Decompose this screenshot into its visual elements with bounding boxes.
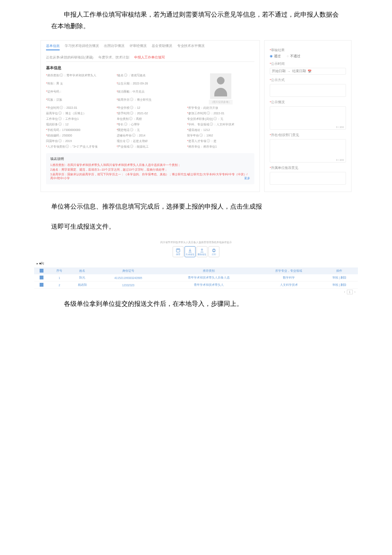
fi-return: 回国年份?：2019 — [46, 139, 113, 143]
tab-abroad[interactable]: 出国访学情况 — [104, 44, 124, 48]
screenshot-form: 基本信息 学习技术培训经历情况 出国访学情况 评审经情况 基金资助情况 专业技术… — [40, 40, 352, 192]
r-pubsit: *公示情况 — [270, 100, 346, 105]
fi-id: *证件号码： — [46, 90, 113, 96]
fi-field: *学科、专业领域?：人文科学技术 — [187, 122, 254, 127]
fi-utype: 单位类别?：高校 — [117, 117, 184, 121]
rec-input[interactable] — [270, 172, 346, 185]
tab-review[interactable]: 评审经情况 — [130, 44, 147, 48]
fi-grantt: *授予时间?：2021-02 — [117, 111, 184, 116]
table-row: 2 杨若阳 12332323 青年学术和技术带头人 人文科学技术 审核 | 删除 — [34, 282, 358, 289]
save-button[interactable]: 保存 — [173, 246, 184, 257]
prev-page[interactable]: ‹ — [344, 291, 345, 293]
print-button[interactable]: 打印 — [208, 246, 219, 257]
svg-rect-1 — [213, 250, 215, 252]
list-label: ■列 — [37, 262, 358, 266]
para-3: 各级单位拿到单位提交的报送文件后，在本地导入，步骤同上。 — [51, 298, 341, 309]
form-grid: *推荐类别?：青年学术和技术带头人 *姓名?：请填写姓名 （照片仅供参考） *性… — [46, 73, 254, 149]
more-link[interactable]: 更多 — [244, 176, 250, 180]
fi-post: 专业技术职务(岗位)?：无 — [187, 117, 254, 121]
right-panel: *审核结果 通过 不通过 *公示时间 开始日期→结束日期📅 *公示方式 *公示情… — [264, 40, 352, 192]
r-rec: *所属单位推荐意见 — [270, 166, 346, 170]
radio-fail[interactable]: 不通过 — [287, 54, 300, 58]
para-2b: 送即可生成报送文件。 — [51, 221, 341, 232]
fi-talent: *是否人才专项?：是 — [187, 139, 254, 143]
date-range[interactable]: 开始日期→结束日期📅 — [270, 68, 346, 75]
generate-button[interactable]: 生成报送 — [184, 246, 196, 257]
fi-edu: *最高学历?：博士研究生 — [117, 98, 184, 105]
fi-name: *姓名?：请填写姓名 — [117, 73, 184, 80]
fi-recunit: *推荐单位：推荐单位1 — [187, 145, 254, 149]
left-panel: 基本信息 学习技术培训经历情况 出国访学情况 评审经情况 基金资助情况 专业技术… — [40, 40, 260, 192]
tab-project[interactable]: 正在从事/承担的科研项目(课题) — [46, 55, 93, 60]
notes-box: 填表说明 1.推荐类别：在四川省学术和技术带头人和四川省学术和技术带头人后备人选… — [46, 153, 254, 184]
tab-tech[interactable]: 专业技术水平情况 — [177, 44, 205, 48]
row-action[interactable]: 审核 | 删除 — [321, 282, 358, 289]
tab-bar: 基本信息 学习技术培训经历情况 出国访学情况 评审经情况 基金资助情况 专业技术… — [46, 44, 254, 62]
fi-job: 现岗职务?：12 — [46, 122, 113, 127]
th-no: 序号 — [49, 267, 69, 274]
fi-major: *所学专业：此处注开放 — [187, 106, 254, 110]
radio-result[interactable]: 通过 不通过 — [270, 54, 346, 58]
section-title: 基本信息 — [46, 65, 254, 71]
counter2: 0 / 200 — [336, 159, 344, 161]
fi-workt: *参加工作时间?：2022-01 — [187, 111, 254, 116]
calendar-icon: 📅 — [308, 70, 311, 73]
fi-school: *毕业学校?：12 — [117, 106, 184, 110]
fi-tel: *固定电话?：无 — [117, 128, 184, 132]
note-1: 1.推荐类别：在四川省学术和技术带头人和四川省学术和技术带头人后备人选中选择其中… — [50, 163, 250, 167]
photo-placeholder — [210, 73, 231, 99]
screenshot-list: 四川省学术和技术带头人及后备人选推荐管理系统本地操作提示 保存 生成报送 删除报… — [34, 241, 358, 293]
fi-phone: *手机号码：17300000000 — [46, 128, 113, 132]
toolbar-hint: 四川省学术和技术带头人及后备人选推荐管理系统本地操作提示 — [34, 241, 358, 244]
page-current[interactable]: 1 — [347, 290, 353, 294]
fi-cat: *推荐类别?：青年学术和技术带头人 — [46, 73, 113, 80]
photo-box: （照片仅供参考） — [187, 73, 254, 105]
toolbar: 保存 生成报送 删除报送 打印 — [34, 246, 358, 257]
th-act: 操作 — [321, 267, 358, 274]
pager: ‹ 1 › — [37, 291, 355, 293]
para-1: 申报人工作单位填写审核结果，若为通过则需要填写公示意见等信息，若不通过，此申报人… — [51, 9, 341, 32]
tab-plan[interactable]: 年度学术、技术计划 — [98, 55, 129, 60]
fi-unit: 工作单位?：工作单位1 — [46, 117, 113, 121]
dept-input[interactable]: 0 / 200 — [270, 139, 346, 163]
table-row: 1 阳光 411521199303243585 青年学术和技术带头人后备人选 数… — [34, 274, 358, 282]
th-field: 所学专业，专业领域 — [257, 267, 320, 274]
fi-addr: *通讯地址：1212 — [187, 128, 254, 132]
tab-training[interactable]: 学习技术培训经历情况 — [65, 44, 99, 48]
fi-ttype: *人才专项类别?："3+1"产业人才专项 — [46, 145, 113, 149]
fi-train: 进修站年份?：2014 — [117, 134, 184, 138]
tab-unit-fill[interactable]: 申报人工作单位填写 — [134, 55, 165, 60]
tab-fund[interactable]: 基金资助情况 — [152, 44, 172, 48]
fi-study: 留学年份?：1992 — [187, 134, 254, 138]
th-cat: 推荐类别 — [161, 267, 257, 274]
fi-industry: *产业领域?：能源化工 — [117, 145, 184, 149]
para-2a: 单位将公示信息、推荐信息填写完成后，选择要上报的申报人，点击生成报 — [51, 200, 341, 212]
fi-zip: *邮政编码：250000 — [46, 134, 113, 138]
fi-birth: *出生日期：2022-09-28 — [117, 81, 184, 88]
pubway-input[interactable] — [270, 84, 346, 97]
row-check[interactable] — [40, 283, 43, 287]
next-page[interactable]: › — [355, 291, 355, 293]
svg-rect-0 — [176, 249, 180, 252]
fi-home: 现住址?：还是太琐碎 — [117, 139, 184, 143]
row-action[interactable]: 审核 | 删除 — [321, 274, 358, 282]
r-result: *审核结果 — [270, 48, 346, 52]
radio-pass[interactable]: 通过 — [270, 54, 281, 58]
tab-basic[interactable]: 基本信息 — [46, 44, 60, 50]
row-check[interactable] — [40, 276, 43, 279]
delete-button[interactable]: 删除报送 — [196, 246, 208, 257]
r-pubway: *公示方式 — [270, 78, 346, 82]
photo-label: （照片仅供参考） — [209, 100, 233, 105]
fi-spec: *专长?：心理学 — [117, 122, 184, 127]
counter1: 0 / 200 — [336, 126, 344, 128]
notes-title: 填表说明 — [50, 157, 250, 161]
note-3: 3.最高学历：国家承认的最高学历，填写下列学历之一：（本学业的、自学报考也、其他… — [50, 172, 250, 180]
th-name: 姓名 — [69, 267, 95, 274]
applicant-table: 序号 姓名 身份证号 推荐类别 所学专业，专业领域 操作 1 阳光 411521… — [34, 267, 358, 289]
pubsit-input[interactable]: 0 / 200 — [270, 106, 346, 130]
fi-nation: *民族：汉族 — [46, 98, 113, 105]
th-check[interactable] — [34, 267, 49, 274]
fi-degree: 最高学位?：博士（后博士） — [46, 111, 113, 116]
r-pubtime: *公示时间 — [270, 62, 346, 66]
fi-pol: *政治面貌：中共党员 — [117, 90, 184, 96]
